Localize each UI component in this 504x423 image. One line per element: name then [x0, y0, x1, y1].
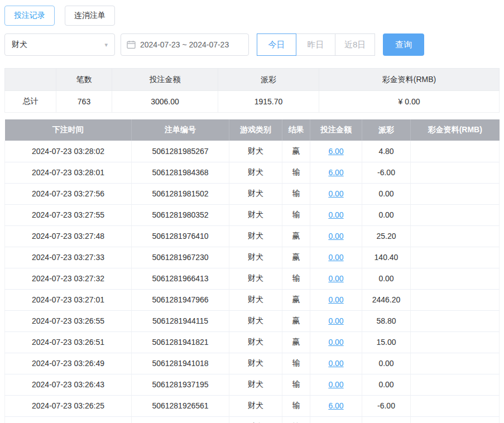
order-number-cell: 5061281980352: [132, 204, 229, 225]
payout-cell: 0.00: [362, 204, 411, 225]
summary-total-bet: 3006.00: [112, 91, 218, 113]
game-type-cell: 财犬: [229, 247, 282, 268]
bet-amount-cell: 0.00: [310, 204, 362, 225]
bet-time-cell: 2024-07-23 03:27:55: [5, 204, 132, 225]
game-type-cell: 财犬: [229, 289, 282, 310]
bet-amount-link[interactable]: 0.00: [328, 232, 343, 241]
order-number-cell: 5061281984368: [132, 162, 229, 183]
tab-cancelled-orders[interactable]: 连消注单: [65, 6, 115, 26]
game-type-cell: 财犬: [229, 310, 282, 331]
table-row: 2024-07-23 03:27:55 5061281980352 财犬 输 0…: [5, 204, 500, 225]
order-number-cell: 5061281926561: [132, 395, 229, 416]
result-cell: 输: [282, 204, 310, 225]
bet-time-cell: 2024-07-23 03:27:33: [5, 247, 132, 268]
tab-betting-records[interactable]: 投注记录: [4, 6, 55, 26]
records-header-row: 下注时间 注单编号 游戏类别 结果 投注金额 派彩 彩金资料(RMB): [5, 119, 500, 141]
payout-cell: 4.80: [362, 141, 411, 162]
bet-amount-cell: 6.00: [310, 395, 362, 416]
query-button[interactable]: 查询: [383, 33, 424, 56]
result-cell: 赢: [282, 289, 310, 310]
order-number-cell: 5061281981502: [132, 183, 229, 204]
bet-time-cell: 2024-07-23 03:26:24: [5, 416, 132, 423]
payout-cell: 25.20: [362, 225, 411, 247]
payout-cell: 0.00: [362, 353, 411, 374]
table-row: 2024-07-23 03:26:24 5061281925717 财犬 输 6…: [5, 416, 500, 423]
bet-amount-cell: 6.00: [310, 416, 362, 423]
order-number-cell: 5061281925717: [132, 416, 229, 423]
bonus-cell: [411, 183, 500, 204]
bet-amount-cell: 0.00: [310, 310, 362, 331]
bet-amount-link[interactable]: 0.00: [328, 338, 343, 347]
result-cell: 输: [282, 162, 310, 183]
bet-amount-link[interactable]: 0.00: [328, 380, 343, 389]
order-number-cell: 5061281966413: [132, 268, 229, 289]
result-cell: 赢: [282, 225, 310, 247]
header-bet-amount: 投注金额: [310, 119, 362, 141]
order-number-cell: 5061281944115: [132, 310, 229, 331]
bet-time-cell: 2024-07-23 03:26:55: [5, 310, 132, 331]
bonus-cell: [411, 353, 500, 374]
order-number-cell: 5061281937195: [132, 374, 229, 395]
bet-time-cell: 2024-07-23 03:26:43: [5, 374, 132, 395]
payout-cell: 2446.20: [362, 289, 411, 310]
header-payout: 派彩: [362, 119, 411, 141]
summary-header-row: 笔数 投注金额 派彩 彩金资料(RMB): [5, 69, 500, 91]
bet-amount-link[interactable]: 0.00: [328, 359, 343, 368]
payout-cell: 0.00: [362, 268, 411, 289]
bet-amount-link[interactable]: 0.00: [328, 189, 343, 198]
result-cell: 赢: [282, 247, 310, 268]
bet-time-cell: 2024-07-23 03:27:32: [5, 268, 132, 289]
game-type-cell: 财犬: [229, 416, 282, 423]
bet-amount-link[interactable]: 6.00: [328, 168, 343, 177]
result-cell: 赢: [282, 331, 310, 353]
result-cell: 赢: [282, 310, 310, 331]
payout-cell: -6.00: [362, 162, 411, 183]
bonus-cell: [411, 374, 500, 395]
bet-time-cell: 2024-07-23 03:26:25: [5, 395, 132, 416]
order-number-cell: 5061281967230: [132, 247, 229, 268]
summary-table: 笔数 投注金额 派彩 彩金资料(RMB) 总计 763 3006.00 1915…: [4, 68, 500, 113]
today-button[interactable]: 今日: [257, 33, 296, 56]
bonus-cell: [411, 247, 500, 268]
date-range-picker[interactable]: 2024-07-23 ~ 2024-07-23: [121, 33, 249, 56]
date-range-value: 2024-07-23 ~ 2024-07-23: [140, 40, 229, 49]
summary-header-bonus: 彩金资料(RMB): [319, 69, 500, 91]
table-row: 2024-07-23 03:28:01 5061281984368 财犬 输 6…: [5, 162, 500, 183]
table-row: 2024-07-23 03:27:01 5061281947966 财犬 赢 0…: [5, 289, 500, 310]
bet-amount-link[interactable]: 6.00: [328, 147, 343, 156]
order-number-cell: 5061281985267: [132, 141, 229, 162]
header-order-number: 注单编号: [132, 119, 229, 141]
table-row: 2024-07-23 03:27:56 5061281981502 财犬 输 0…: [5, 183, 500, 204]
bonus-cell: [411, 289, 500, 310]
bonus-cell: [411, 162, 500, 183]
bet-amount-link[interactable]: 6.00: [328, 401, 343, 410]
payout-cell: -6.00: [362, 395, 411, 416]
bet-amount-link[interactable]: 0.00: [328, 274, 343, 283]
chevron-down-icon: ▾: [104, 41, 108, 49]
bet-amount-link[interactable]: 0.00: [328, 253, 343, 262]
last-8-days-button[interactable]: 近8日: [335, 33, 375, 56]
payout-cell: 58.80: [362, 310, 411, 331]
order-number-cell: 5061281941821: [132, 331, 229, 353]
bet-amount-link[interactable]: 0.00: [328, 316, 343, 325]
payout-cell: -6.00: [362, 416, 411, 423]
bet-amount-link[interactable]: 0.00: [328, 210, 343, 219]
yesterday-button[interactable]: 昨日: [296, 33, 335, 56]
bet-time-cell: 2024-07-23 03:27:48: [5, 225, 132, 247]
bet-amount-link[interactable]: 0.00: [328, 295, 343, 304]
order-number-cell: 5061281941018: [132, 353, 229, 374]
betting-records-page: 投注记录 连消注单 财犬 ▾ 2024-07-23 ~ 2024-07-23 今…: [0, 0, 504, 423]
filter-bar: 财犬 ▾ 2024-07-23 ~ 2024-07-23 今日 昨日 近8日 查…: [4, 33, 500, 56]
bet-amount-cell: 0.00: [310, 225, 362, 247]
bonus-cell: [411, 141, 500, 162]
summary-total-bonus: ¥ 0.00: [319, 91, 500, 113]
table-row: 2024-07-23 03:28:02 5061281985267 财犬 赢 6…: [5, 141, 500, 162]
game-type-cell: 财犬: [229, 353, 282, 374]
payout-cell: 140.40: [362, 247, 411, 268]
result-cell: 输: [282, 416, 310, 423]
summary-total-payout: 1915.70: [218, 91, 319, 113]
bet-amount-cell: 0.00: [310, 247, 362, 268]
table-row: 2024-07-23 03:26:49 5061281941018 财犬 输 0…: [5, 353, 500, 374]
table-row: 2024-07-23 03:27:48 5061281976410 财犬 赢 0…: [5, 225, 500, 247]
game-select[interactable]: 财犬 ▾: [4, 33, 115, 56]
